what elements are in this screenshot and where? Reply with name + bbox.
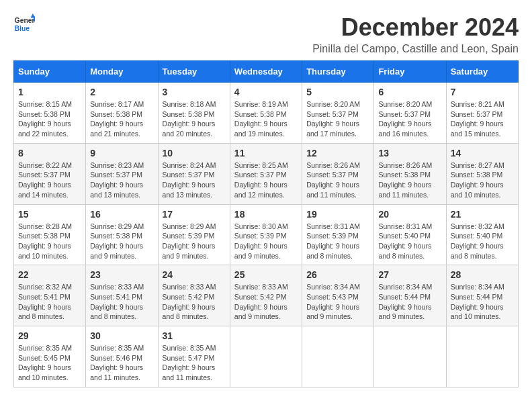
day-number: 12: [306, 148, 369, 158]
calendar-day-cell: [302, 326, 374, 387]
day-number: 17: [163, 209, 226, 220]
day-number: 6: [378, 87, 441, 97]
day-number: 16: [90, 209, 153, 220]
day-number: 31: [163, 330, 226, 341]
calendar-day-cell: 23 Sunrise: 8:33 AM Sunset: 5:41 PM Dayl…: [86, 265, 158, 326]
day-info: Sunrise: 8:25 AM Sunset: 5:37 PM Dayligh…: [234, 161, 298, 200]
calendar-week-row: 29 Sunrise: 8:35 AM Sunset: 5:45 PM Dayl…: [14, 326, 519, 387]
day-number: 5: [306, 87, 369, 97]
day-info: Sunrise: 8:34 AM Sunset: 5:43 PM Dayligh…: [306, 282, 369, 322]
day-number: 8: [18, 148, 81, 158]
day-number: 20: [378, 209, 441, 220]
calendar-day-cell: 5 Sunrise: 8:20 AM Sunset: 5:37 PM Dayli…: [302, 83, 374, 144]
day-number: 29: [18, 330, 81, 341]
title-section: December 2024 Pinilla del Campo, Castill…: [312, 13, 519, 55]
day-info: Sunrise: 8:21 AM Sunset: 5:37 PM Dayligh…: [451, 99, 514, 139]
day-info: Sunrise: 8:23 AM Sunset: 5:37 PM Dayligh…: [90, 161, 153, 200]
calendar-day-cell: [230, 326, 302, 387]
day-info: Sunrise: 8:26 AM Sunset: 5:37 PM Dayligh…: [306, 161, 369, 200]
day-number: 27: [378, 269, 441, 280]
logo-icon: General Blue: [13, 13, 35, 35]
day-info: Sunrise: 8:19 AM Sunset: 5:38 PM Dayligh…: [234, 99, 298, 139]
day-info: Sunrise: 8:35 AM Sunset: 5:47 PM Dayligh…: [163, 343, 226, 383]
calendar-week-row: 15 Sunrise: 8:28 AM Sunset: 5:38 PM Dayl…: [14, 204, 519, 265]
calendar-week-row: 8 Sunrise: 8:22 AM Sunset: 5:37 PM Dayli…: [14, 143, 519, 204]
calendar-day-cell: 21 Sunrise: 8:32 AM Sunset: 5:40 PM Dayl…: [446, 204, 518, 265]
day-of-week-header: Thursday: [302, 61, 374, 83]
day-info: Sunrise: 8:31 AM Sunset: 5:39 PM Dayligh…: [306, 222, 369, 261]
day-number: 10: [163, 148, 226, 158]
day-number: 14: [451, 148, 514, 158]
calendar-day-cell: 20 Sunrise: 8:31 AM Sunset: 5:40 PM Dayl…: [374, 204, 446, 265]
calendar-day-cell: 10 Sunrise: 8:24 AM Sunset: 5:37 PM Dayl…: [158, 143, 230, 204]
day-number: 25: [234, 269, 298, 280]
day-info: Sunrise: 8:20 AM Sunset: 5:37 PM Dayligh…: [306, 99, 369, 139]
day-number: 23: [90, 269, 153, 280]
calendar-day-cell: 1 Sunrise: 8:15 AM Sunset: 5:38 PM Dayli…: [14, 83, 86, 144]
day-info: Sunrise: 8:34 AM Sunset: 5:44 PM Dayligh…: [451, 282, 514, 322]
calendar-day-cell: 12 Sunrise: 8:26 AM Sunset: 5:37 PM Dayl…: [302, 143, 374, 204]
day-info: Sunrise: 8:28 AM Sunset: 5:38 PM Dayligh…: [18, 222, 81, 261]
calendar-day-cell: 19 Sunrise: 8:31 AM Sunset: 5:39 PM Dayl…: [302, 204, 374, 265]
day-number: 30: [90, 330, 153, 341]
calendar-day-cell: 6 Sunrise: 8:20 AM Sunset: 5:37 PM Dayli…: [374, 83, 446, 144]
day-number: 13: [378, 148, 441, 158]
day-info: Sunrise: 8:15 AM Sunset: 5:38 PM Dayligh…: [18, 99, 81, 139]
day-info: Sunrise: 8:18 AM Sunset: 5:38 PM Dayligh…: [163, 99, 226, 139]
day-info: Sunrise: 8:24 AM Sunset: 5:37 PM Dayligh…: [163, 161, 226, 200]
day-number: 7: [451, 87, 514, 97]
calendar-day-cell: 13 Sunrise: 8:26 AM Sunset: 5:38 PM Dayl…: [374, 143, 446, 204]
month-title: December 2024: [312, 13, 519, 42]
calendar-day-cell: 30 Sunrise: 8:35 AM Sunset: 5:46 PM Dayl…: [86, 326, 158, 387]
day-of-week-header: Friday: [374, 61, 446, 83]
day-info: Sunrise: 8:30 AM Sunset: 5:39 PM Dayligh…: [234, 222, 298, 261]
day-info: Sunrise: 8:32 AM Sunset: 5:40 PM Dayligh…: [451, 222, 514, 261]
svg-text:General: General: [15, 17, 35, 24]
calendar-day-cell: 11 Sunrise: 8:25 AM Sunset: 5:37 PM Dayl…: [230, 143, 302, 204]
calendar-week-row: 22 Sunrise: 8:32 AM Sunset: 5:41 PM Dayl…: [14, 265, 519, 326]
calendar-day-cell: [374, 326, 446, 387]
calendar-day-cell: 26 Sunrise: 8:34 AM Sunset: 5:43 PM Dayl…: [302, 265, 374, 326]
day-number: 2: [90, 87, 153, 97]
logo: General Blue: [13, 13, 35, 35]
day-number: 24: [163, 269, 226, 280]
calendar-day-cell: 8 Sunrise: 8:22 AM Sunset: 5:37 PM Dayli…: [14, 143, 86, 204]
calendar-day-cell: 29 Sunrise: 8:35 AM Sunset: 5:45 PM Dayl…: [14, 326, 86, 387]
day-info: Sunrise: 8:33 AM Sunset: 5:42 PM Dayligh…: [234, 282, 298, 322]
calendar-day-cell: 25 Sunrise: 8:33 AM Sunset: 5:42 PM Dayl…: [230, 265, 302, 326]
day-number: 15: [18, 209, 81, 220]
calendar-day-cell: [446, 326, 518, 387]
day-info: Sunrise: 8:31 AM Sunset: 5:40 PM Dayligh…: [378, 222, 441, 261]
day-number: 1: [18, 87, 81, 97]
calendar-day-cell: 2 Sunrise: 8:17 AM Sunset: 5:38 PM Dayli…: [86, 83, 158, 144]
calendar-day-cell: 4 Sunrise: 8:19 AM Sunset: 5:38 PM Dayli…: [230, 83, 302, 144]
calendar-header-row: SundayMondayTuesdayWednesdayThursdayFrid…: [14, 61, 519, 83]
calendar-day-cell: 3 Sunrise: 8:18 AM Sunset: 5:38 PM Dayli…: [158, 83, 230, 144]
day-info: Sunrise: 8:29 AM Sunset: 5:39 PM Dayligh…: [163, 222, 226, 261]
calendar-day-cell: 24 Sunrise: 8:33 AM Sunset: 5:42 PM Dayl…: [158, 265, 230, 326]
day-info: Sunrise: 8:29 AM Sunset: 5:38 PM Dayligh…: [90, 222, 153, 261]
day-info: Sunrise: 8:35 AM Sunset: 5:46 PM Dayligh…: [90, 343, 153, 383]
calendar-day-cell: 15 Sunrise: 8:28 AM Sunset: 5:38 PM Dayl…: [14, 204, 86, 265]
day-info: Sunrise: 8:32 AM Sunset: 5:41 PM Dayligh…: [18, 282, 81, 322]
calendar-day-cell: 9 Sunrise: 8:23 AM Sunset: 5:37 PM Dayli…: [86, 143, 158, 204]
calendar-day-cell: 7 Sunrise: 8:21 AM Sunset: 5:37 PM Dayli…: [446, 83, 518, 144]
calendar-day-cell: 17 Sunrise: 8:29 AM Sunset: 5:39 PM Dayl…: [158, 204, 230, 265]
day-info: Sunrise: 8:27 AM Sunset: 5:38 PM Dayligh…: [451, 161, 514, 200]
day-of-week-header: Monday: [86, 61, 158, 83]
day-number: 11: [234, 148, 298, 158]
calendar-table: SundayMondayTuesdayWednesdayThursdayFrid…: [13, 60, 519, 387]
day-number: 18: [234, 209, 298, 220]
day-info: Sunrise: 8:35 AM Sunset: 5:45 PM Dayligh…: [18, 343, 81, 383]
day-info: Sunrise: 8:33 AM Sunset: 5:42 PM Dayligh…: [163, 282, 226, 322]
day-of-week-header: Wednesday: [230, 61, 302, 83]
day-number: 26: [306, 269, 369, 280]
calendar-day-cell: 14 Sunrise: 8:27 AM Sunset: 5:38 PM Dayl…: [446, 143, 518, 204]
day-info: Sunrise: 8:22 AM Sunset: 5:37 PM Dayligh…: [18, 161, 81, 200]
calendar-day-cell: 16 Sunrise: 8:29 AM Sunset: 5:38 PM Dayl…: [86, 204, 158, 265]
page-header: General Blue December 2024 Pinilla del C…: [13, 13, 519, 55]
day-number: 22: [18, 269, 81, 280]
location-title: Pinilla del Campo, Castille and Leon, Sp…: [312, 43, 519, 55]
day-number: 28: [451, 269, 514, 280]
day-number: 21: [451, 209, 514, 220]
